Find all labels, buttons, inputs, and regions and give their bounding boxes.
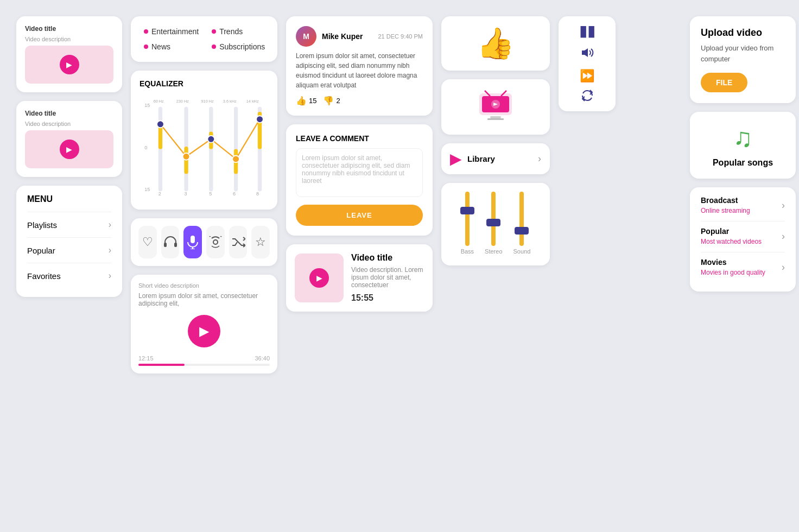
upload-card: Upload video Upload your video from comp… bbox=[690, 16, 796, 103]
popular-songs-card: ♫ Popular songs bbox=[690, 112, 796, 179]
play-button-2[interactable]: ▶ bbox=[60, 140, 79, 159]
pause-button[interactable]: ▮▮ bbox=[579, 22, 595, 40]
icons-row: ♡ bbox=[138, 226, 270, 258]
video-title-2: Video title bbox=[25, 110, 113, 117]
comment-header: M Mike Kuper 21 DEC 9:40 PM bbox=[296, 26, 423, 47]
leave-button[interactable]: LEAVE bbox=[296, 205, 423, 226]
upload-subtitle: Upload your video from computer bbox=[701, 43, 785, 64]
broadcast-section: Broadcast Online streaming › bbox=[701, 196, 785, 214]
shuffle-icon bbox=[231, 236, 245, 248]
dislike-reaction[interactable]: 👎 2 bbox=[323, 96, 340, 106]
cat-news[interactable]: News bbox=[144, 42, 199, 51]
video-player-card: Short video description Lorem ipsum dolo… bbox=[131, 275, 277, 373]
fader-handle-bass[interactable] bbox=[460, 207, 474, 214]
video-item-title: Video title bbox=[351, 253, 424, 263]
like-reaction[interactable]: 👍 15 bbox=[296, 96, 316, 106]
svg-point-33 bbox=[213, 240, 218, 244]
video-item-time: 15:55 bbox=[351, 293, 424, 303]
popular-row: Popular Most watched videos › bbox=[701, 227, 785, 245]
cat-subscriptions[interactable]: Subscriptions bbox=[212, 42, 265, 51]
refresh-button[interactable] bbox=[580, 88, 594, 106]
video-desc-1: Video description bbox=[25, 36, 113, 42]
tv-card[interactable] bbox=[441, 79, 550, 135]
svg-point-26 bbox=[232, 155, 239, 162]
radio-icon bbox=[208, 236, 223, 248]
streaming-label: Online streaming bbox=[701, 207, 750, 214]
play-button-item[interactable]: ▶ bbox=[309, 268, 329, 288]
fader-bass: Bass bbox=[461, 192, 474, 255]
cat-label-trends: Trends bbox=[219, 27, 243, 36]
volume-button[interactable] bbox=[580, 45, 595, 64]
fader-track-bass[interactable] bbox=[465, 192, 470, 246]
movies-row: Movies Movies in good quality › bbox=[701, 258, 785, 276]
vplayer-play-button[interactable]: ▶ bbox=[188, 315, 220, 347]
bullet-icon-4 bbox=[212, 45, 216, 49]
categories-card: Entertainment News Trends Subscriptions bbox=[131, 16, 277, 62]
most-watched-label: Most watched videos bbox=[701, 238, 762, 245]
library-label: Library bbox=[467, 154, 532, 163]
mixer-faders: Bass Stereo Sound bbox=[447, 192, 544, 260]
comment-placeholder: Lorem ipsum dolor sit amet, consectetuer… bbox=[302, 154, 410, 185]
svg-rect-28 bbox=[164, 243, 167, 247]
library-card[interactable]: ▶ Library › bbox=[441, 143, 550, 174]
equalizer-card: EQUALIZER 15 0 15 2 3 5 6 8 60 Hz 230 Hz bbox=[131, 71, 277, 210]
comment-input[interactable]: Lorem ipsum dolor sit amet, consectetuer… bbox=[296, 148, 423, 197]
bullet-icon-2 bbox=[144, 45, 148, 49]
thumbs-card[interactable]: 👍 bbox=[441, 16, 550, 71]
svg-text:14 kHz: 14 kHz bbox=[246, 99, 259, 104]
progress-bar[interactable] bbox=[138, 364, 270, 366]
fader-stereo: Stereo bbox=[485, 192, 502, 255]
movies-chevron-icon[interactable]: › bbox=[782, 262, 785, 273]
cat-col-2: Trends Subscriptions bbox=[212, 27, 265, 51]
menu-item-favorites[interactable]: Favorites › bbox=[27, 263, 111, 288]
svg-text:6: 6 bbox=[233, 191, 236, 197]
player-controls-card: ▮▮ ⏩ bbox=[559, 16, 616, 111]
menu-item-playlists[interactable]: Playlists › bbox=[27, 212, 111, 237]
upload-title: Upload video bbox=[701, 27, 785, 39]
thumbs-up-icon: 👍 bbox=[296, 96, 307, 106]
star-button[interactable]: ☆ bbox=[251, 226, 270, 258]
equalizer-title: EQUALIZER bbox=[139, 79, 269, 88]
video-item-info: Video title Video description. Lorem ips… bbox=[351, 253, 424, 303]
chevron-icon-playlists: › bbox=[109, 220, 111, 230]
media-controls-card: ♡ bbox=[131, 218, 277, 266]
progress-fill bbox=[138, 364, 185, 366]
vplayer-long-desc: Lorem ipsum dolor sit amet, consectetuer… bbox=[138, 292, 270, 307]
headphones-button[interactable] bbox=[161, 226, 180, 258]
broadcast-card: Broadcast Online streaming › Popular Mos… bbox=[690, 187, 796, 292]
refresh-icon bbox=[580, 88, 594, 103]
heart-button[interactable]: ♡ bbox=[138, 226, 157, 258]
mixer-card: Bass Stereo Sound bbox=[441, 183, 550, 265]
play-button-1[interactable]: ▶ bbox=[60, 55, 79, 74]
svg-point-27 bbox=[256, 116, 263, 123]
shuffle-button[interactable] bbox=[229, 226, 248, 258]
vplayer-short-desc: Short video description bbox=[138, 282, 270, 289]
fader-handle-stereo[interactable] bbox=[486, 219, 500, 226]
cat-entertainment[interactable]: Entertainment bbox=[144, 27, 199, 36]
fader-track-stereo[interactable] bbox=[491, 192, 496, 246]
comment-text: Lorem ipsum dolor sit amet, consectetuer… bbox=[296, 51, 423, 90]
fader-handle-sound[interactable] bbox=[515, 227, 529, 235]
svg-point-23 bbox=[157, 121, 164, 128]
menu-item-label-favorites: Favorites bbox=[27, 271, 61, 281]
svg-text:15: 15 bbox=[144, 187, 150, 192]
radio-button[interactable] bbox=[206, 226, 225, 258]
broadcast-chevron-icon[interactable]: › bbox=[782, 200, 785, 211]
dislike-count: 2 bbox=[336, 97, 340, 105]
fast-forward-button[interactable]: ⏩ bbox=[580, 69, 594, 83]
cat-trends[interactable]: Trends bbox=[212, 27, 265, 36]
popular-chevron-icon[interactable]: › bbox=[782, 231, 785, 242]
video-card-2: Video title Video description ▶ bbox=[16, 101, 122, 177]
menu-item-popular[interactable]: Popular › bbox=[27, 237, 111, 263]
video-thumb-2[interactable]: ▶ bbox=[25, 130, 113, 168]
file-button[interactable]: FILE bbox=[701, 73, 747, 92]
fader-track-sound[interactable] bbox=[519, 192, 524, 246]
svg-point-25 bbox=[207, 136, 214, 143]
mic-button[interactable] bbox=[183, 226, 202, 258]
like-count: 15 bbox=[309, 97, 316, 105]
svg-text:3.6 kHz: 3.6 kHz bbox=[223, 99, 237, 104]
equalizer-chart: 15 0 15 2 3 5 6 8 60 Hz 230 Hz 910 Hz 3.… bbox=[139, 92, 269, 201]
video-item-thumb[interactable]: ▶ bbox=[295, 254, 344, 302]
video-thumb-1[interactable]: ▶ bbox=[25, 46, 113, 84]
svg-point-24 bbox=[183, 153, 190, 160]
